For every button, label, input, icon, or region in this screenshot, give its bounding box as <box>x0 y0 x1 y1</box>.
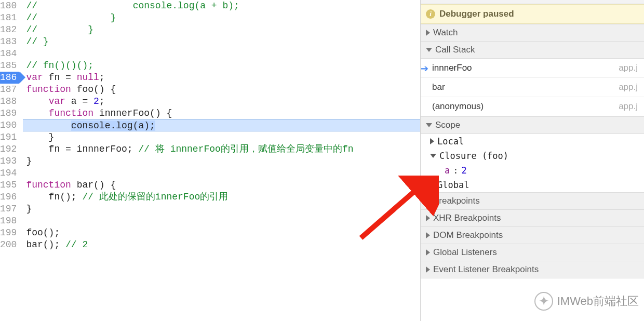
debugger-paused-bar: i Debugger paused <box>421 4 644 24</box>
chevron-right-icon <box>426 249 430 256</box>
code-line[interactable] <box>23 167 420 179</box>
debugger-pane: i Debugger paused Watch Call Stack ➔innn… <box>421 0 644 321</box>
section-label: DOM Breakpoints <box>433 230 503 240</box>
call-stack-list: ➔innnerFooapp.jbarapp.j(anonymous)app.j <box>421 59 644 116</box>
scope-label: Global <box>437 180 469 190</box>
line-number[interactable]: 196 <box>0 191 20 203</box>
code-line[interactable] <box>23 48 420 60</box>
section-label: Event Listener Breakpoints <box>433 264 539 275</box>
line-number[interactable]: 183 <box>0 36 20 48</box>
code-line[interactable]: function bar() { <box>23 179 420 191</box>
info-icon: i <box>426 9 435 19</box>
scope-label: Local <box>437 136 464 146</box>
code-line[interactable]: // fn()()(); <box>23 60 420 72</box>
line-number[interactable]: 192 <box>0 143 20 155</box>
chevron-right-icon <box>426 232 430 238</box>
debugger-toolbar-fragment <box>421 0 644 4</box>
chevron-right-icon <box>426 198 430 204</box>
line-number[interactable]: 182 <box>0 24 20 36</box>
frame-source: app.j <box>619 101 638 112</box>
code-line[interactable]: // } <box>23 24 420 36</box>
variable-name: a <box>445 165 450 176</box>
section-watch[interactable]: Watch <box>421 24 644 42</box>
section-breakpoints[interactable]: Breakpoints <box>421 192 644 210</box>
code-line[interactable]: // } <box>23 36 420 48</box>
section-label: Scope <box>435 120 460 130</box>
frame-source: app.j <box>619 63 638 73</box>
section-scope[interactable]: Scope <box>421 116 644 134</box>
line-number[interactable]: 181 <box>0 12 20 24</box>
section-label: XHR Breakpoints <box>433 213 501 223</box>
line-number[interactable]: 180 <box>0 0 20 12</box>
line-number[interactable]: 198 <box>0 215 20 227</box>
frame-name: innnerFoo <box>432 63 472 73</box>
line-number[interactable]: 195 <box>0 179 20 191</box>
scope-local[interactable]: Local <box>421 134 644 149</box>
code-line[interactable]: fn(); // 此处的保留的innerFoo的引用 <box>23 191 420 203</box>
line-number[interactable]: 199 <box>0 227 20 239</box>
code-line[interactable]: console.log(a); <box>23 119 420 131</box>
section-xhr-breakpoints[interactable]: XHR Breakpoints <box>421 210 644 227</box>
call-stack-frame[interactable]: ➔innnerFooapp.j <box>421 59 644 78</box>
call-stack-frame[interactable]: (anonymous)app.j <box>421 97 644 116</box>
code-line[interactable]: // } <box>23 12 420 24</box>
code-line[interactable] <box>23 215 420 227</box>
code-line[interactable]: var a = 2; <box>23 96 420 108</box>
frame-source: app.j <box>619 82 638 92</box>
line-number[interactable]: 200 <box>0 239 20 251</box>
section-label: Global Listeners <box>433 247 497 258</box>
variable-value: 2 <box>462 165 467 176</box>
chevron-down-icon <box>426 123 432 127</box>
code-line[interactable]: } <box>23 155 420 167</box>
section-event-listener-breakpoints[interactable]: Event Listener Breakpoints <box>421 261 644 278</box>
code-line[interactable]: // console.log(a + b); <box>23 0 420 12</box>
current-frame-arrow-icon: ➔ <box>421 63 428 74</box>
section-label: Watch <box>433 28 458 38</box>
scope-body: Local Closure (foo) a: 2 Global <box>421 134 644 192</box>
chevron-down-icon <box>426 48 432 52</box>
scope-variable[interactable]: a: 2 <box>421 163 644 178</box>
line-number[interactable]: 190 <box>0 119 20 131</box>
code-line[interactable]: bar(); // 2 <box>23 239 420 251</box>
scope-global[interactable]: Global <box>421 178 644 192</box>
scope-label: Closure (foo) <box>439 151 508 161</box>
code-editor-pane: 1801811821831841851861871881891901911921… <box>0 0 421 321</box>
line-number[interactable]: 184 <box>0 48 20 60</box>
line-number[interactable]: 188 <box>0 96 20 108</box>
code-line[interactable]: function innnerFoo() { <box>23 108 420 119</box>
chevron-right-icon <box>430 138 434 144</box>
line-number[interactable]: 189 <box>0 108 20 119</box>
section-call-stack[interactable]: Call Stack <box>421 42 644 59</box>
section-global-listeners[interactable]: Global Listeners <box>421 244 644 261</box>
section-dom-breakpoints[interactable]: DOM Breakpoints <box>421 227 644 244</box>
line-number[interactable]: 185 <box>0 60 20 72</box>
frame-name: bar <box>432 82 445 92</box>
line-number[interactable]: 197 <box>0 203 20 215</box>
paused-message: Debugger paused <box>439 9 514 19</box>
variable-sep: : <box>453 165 458 176</box>
code-line[interactable]: fn = innnerFoo; // 将 innnerFoo的引用，赋值给全局变… <box>23 143 420 155</box>
code-area[interactable]: // console.log(a + b);// }// }// }// fn(… <box>23 0 420 321</box>
chevron-right-icon <box>426 30 430 36</box>
line-number[interactable]: 193 <box>0 155 20 167</box>
line-number[interactable]: 194 <box>0 167 20 179</box>
chevron-right-icon <box>430 182 434 188</box>
code-line[interactable]: var fn = null; <box>23 72 420 84</box>
call-stack-frame[interactable]: barapp.j <box>421 78 644 97</box>
section-label: Call Stack <box>435 45 475 55</box>
scope-closure[interactable]: Closure (foo) <box>421 149 644 163</box>
frame-name: (anonymous) <box>432 101 484 111</box>
code-line[interactable]: } <box>23 131 420 143</box>
chevron-right-icon <box>426 266 430 273</box>
chevron-down-icon <box>430 154 436 158</box>
code-line[interactable]: function foo() { <box>23 84 420 96</box>
line-number[interactable]: 191 <box>0 131 20 143</box>
chevron-right-icon <box>426 215 430 221</box>
code-line[interactable]: foo(); <box>23 227 420 239</box>
line-number-gutter[interactable]: 1801811821831841851861871881891901911921… <box>0 0 23 321</box>
code-line[interactable]: } <box>23 203 420 215</box>
line-number[interactable]: 186 <box>0 72 20 84</box>
line-number[interactable]: 187 <box>0 84 20 96</box>
section-label: Breakpoints <box>433 196 480 206</box>
